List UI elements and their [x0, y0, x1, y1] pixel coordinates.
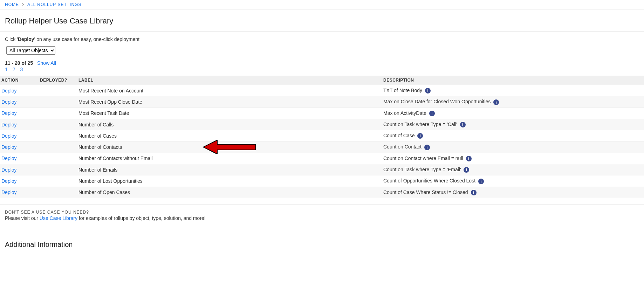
- table-row: DeployMost Recent Task DateMax on Activi…: [0, 108, 644, 119]
- deploy-link[interactable]: Deploy: [1, 88, 17, 93]
- label-cell: Number of Lost Opportunities: [77, 175, 382, 187]
- page-2[interactable]: 2: [13, 67, 15, 72]
- description-cell: Count of Case Where Status != Closed i: [382, 187, 644, 198]
- description-cell: Count on Task where Type = 'Email' i: [382, 164, 644, 175]
- deploy-link[interactable]: Deploy: [1, 99, 17, 105]
- footer-help: DON'T SEE A USE CASE YOU NEED? Please vi…: [0, 205, 644, 226]
- use-case-table: Action Deployed? Label Description Deplo…: [0, 76, 644, 198]
- use-case-library-link[interactable]: Use Case Library: [40, 215, 77, 221]
- deployed-cell: [39, 141, 77, 153]
- info-icon[interactable]: i: [424, 145, 430, 150]
- info-icon[interactable]: i: [425, 88, 431, 93]
- highlight-arrow-icon: [203, 140, 256, 154]
- description-cell: Count of Opportunities Where Closed Lost…: [382, 175, 644, 187]
- breadcrumb-sep: >: [22, 2, 25, 7]
- table-row: DeployNumber of Contacts without EmailCo…: [0, 153, 644, 164]
- table-row: DeployNumber of EmailsCount on Task wher…: [0, 164, 644, 175]
- info-icon[interactable]: i: [471, 190, 477, 195]
- pager: 1 2 3: [0, 67, 644, 75]
- deployed-cell: [39, 108, 77, 119]
- col-label: Label: [77, 76, 382, 85]
- description-cell: Count of Case i: [382, 130, 644, 141]
- target-object-select[interactable]: All Target Objects: [6, 46, 55, 55]
- deploy-link[interactable]: Deploy: [1, 167, 17, 173]
- label-cell: Most Recent Opp Close Date: [77, 96, 382, 108]
- deployed-cell: [39, 119, 77, 130]
- table-row: DeployNumber of Open CasesCount of Case …: [0, 187, 644, 198]
- deploy-link[interactable]: Deploy: [1, 144, 17, 150]
- info-icon[interactable]: i: [466, 156, 472, 161]
- description-cell: Count on Task where Type = 'Call' i: [382, 119, 644, 130]
- table-row: DeployNumber of Lost OpportunitiesCount …: [0, 175, 644, 187]
- description-cell: TXT of Note Body i: [382, 85, 644, 96]
- deployed-cell: [39, 164, 77, 175]
- description-cell: Count on Contact where Email = null i: [382, 153, 644, 164]
- label-cell: Number of Emails: [77, 164, 382, 175]
- deploy-link[interactable]: Deploy: [1, 178, 17, 184]
- page-title: Rollup Helper Use Case Library: [0, 9, 644, 32]
- description-cell: Max on Close Date for Closed Won Opportu…: [382, 96, 644, 108]
- additional-information-heading: Additional Information: [0, 234, 644, 255]
- description-cell: Count on Contact i: [382, 141, 644, 153]
- deployed-cell: [39, 85, 77, 96]
- table-row: DeployNumber of CallsCount on Task where…: [0, 119, 644, 130]
- label-cell: Most Recent Task Date: [77, 108, 382, 119]
- col-description: Description: [382, 76, 644, 85]
- label-cell: Number of Contacts: [77, 141, 382, 153]
- deploy-link[interactable]: Deploy: [1, 189, 17, 195]
- label-cell: Number of Contacts without Email: [77, 153, 382, 164]
- table-row: DeployMost Recent Note on AccountTXT of …: [0, 85, 644, 96]
- info-icon[interactable]: i: [493, 99, 499, 105]
- info-icon[interactable]: i: [460, 122, 466, 127]
- deployed-cell: [39, 153, 77, 164]
- page-1[interactable]: 1: [5, 67, 8, 72]
- label-cell: Number of Cases: [77, 130, 382, 141]
- deployed-cell: [39, 175, 77, 187]
- page-3[interactable]: 3: [20, 67, 23, 72]
- deploy-link[interactable]: Deploy: [1, 155, 17, 161]
- table-row: DeployMost Recent Opp Close DateMax on C…: [0, 96, 644, 108]
- deploy-link[interactable]: Deploy: [1, 110, 17, 116]
- footer-text: Please visit our Use Case Library for ex…: [5, 215, 639, 221]
- show-all-link[interactable]: Show All: [37, 60, 56, 66]
- label-cell: Number of Calls: [77, 119, 382, 130]
- footer-heading: DON'T SEE A USE CASE YOU NEED?: [5, 210, 639, 215]
- breadcrumb-all-rollup-settings[interactable]: ALL ROLLUP SETTINGS: [27, 2, 81, 7]
- breadcrumb: HOME > ALL ROLLUP SETTINGS: [0, 0, 644, 9]
- table-row: DeployNumber of CasesCount of Case i: [0, 130, 644, 141]
- label-cell: Most Recent Note on Account: [77, 85, 382, 96]
- table-row: DeployNumber of ContactsCount on Contact…: [0, 141, 644, 153]
- result-range: 11 - 20 of 25 Show All: [0, 58, 644, 67]
- col-action: Action: [0, 76, 39, 85]
- info-icon[interactable]: i: [478, 179, 484, 184]
- deployed-cell: [39, 96, 77, 108]
- breadcrumb-home[interactable]: HOME: [5, 2, 19, 7]
- info-icon[interactable]: i: [417, 133, 423, 139]
- deployed-cell: [39, 130, 77, 141]
- info-icon[interactable]: i: [429, 111, 435, 116]
- intro-text: Click 'Deploy' on any use case for easy,…: [0, 36, 644, 45]
- col-deployed: Deployed?: [39, 76, 77, 85]
- description-cell: Max on ActivityDate i: [382, 108, 644, 119]
- info-icon[interactable]: i: [464, 167, 469, 173]
- deploy-link[interactable]: Deploy: [1, 122, 17, 127]
- label-cell: Number of Open Cases: [77, 187, 382, 198]
- svg-marker-0: [203, 140, 256, 154]
- deployed-cell: [39, 187, 77, 198]
- deploy-link[interactable]: Deploy: [1, 133, 17, 139]
